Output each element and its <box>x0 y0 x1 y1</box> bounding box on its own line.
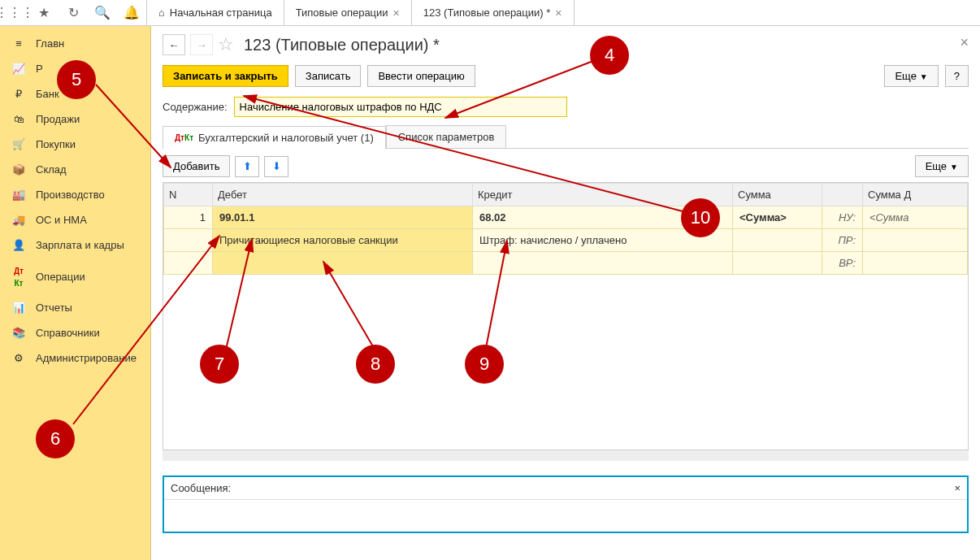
sidebar-item-purchases[interactable]: 🛒Покупки <box>0 132 150 157</box>
favorite-star-icon[interactable]: ☆ <box>218 34 234 55</box>
tab-label: Бухгалтерский и налоговый учет (1) <box>198 132 374 144</box>
cell-sumd: <Сумма <box>863 206 968 229</box>
sidebar-item-admin[interactable]: ⚙Администрирование <box>0 345 150 371</box>
table-row[interactable]: Причитающиеся налоговые санкции Штраф: н… <box>164 229 968 252</box>
star-icon[interactable]: ★ <box>29 0 59 25</box>
annotation-bubble-8: 8 <box>356 345 395 384</box>
apps-icon[interactable]: ⋮⋮⋮ <box>0 0 29 25</box>
close-page-icon[interactable]: × <box>960 34 969 51</box>
dtkt-icon: ДтКт <box>175 133 193 142</box>
sidebar-item-label: Производство <box>36 189 105 201</box>
main-area: × ← → ☆ 123 (Типовые операции) * Записат… <box>151 26 980 560</box>
cell-debit-account[interactable]: 99.01.1 <box>213 206 473 229</box>
sidebar-item-operations[interactable]: ДтКтОперации <box>0 258 150 295</box>
sidebar-item-label: Операции <box>36 271 85 283</box>
home-icon: ⌂ <box>158 7 165 19</box>
box-icon: 📦 <box>11 163 26 176</box>
cell-nu: НУ: <box>822 206 863 229</box>
sidebar-item-assets[interactable]: 🚚ОС и НМА <box>0 207 150 232</box>
factory-icon: 🏭 <box>11 189 26 201</box>
sidebar-item-label: Администрирование <box>36 352 137 364</box>
sidebar-item-label: Склад <box>36 163 67 176</box>
save-button[interactable]: Записать <box>295 65 362 87</box>
sidebar-item-warehouse[interactable]: 📦Склад <box>0 157 150 182</box>
menu-icon: ≡ <box>11 37 26 50</box>
tab-label: Список параметров <box>398 131 495 143</box>
search-icon[interactable]: 🔍 <box>88 0 117 25</box>
annotation-bubble-9: 9 <box>465 345 504 384</box>
header-sum: Сумма <box>733 184 822 206</box>
save-close-button[interactable]: Записать и закрыть <box>163 65 288 87</box>
tab-label: Начальная страница <box>170 7 272 19</box>
header-sumd: Сумма Д <box>863 184 968 206</box>
back-button[interactable]: ← <box>163 34 185 55</box>
sidebar-item-label: Справочники <box>36 327 100 339</box>
sidebar-item-salary[interactable]: 👤Зарплата и кадры <box>0 232 150 258</box>
forward-button[interactable]: → <box>190 34 213 55</box>
tab-home[interactable]: ⌂ Начальная страница <box>147 0 284 25</box>
messages-panel: Сообщения: × <box>163 475 969 533</box>
sidebar: ≡Главн 📈Р ₽Банк 🛍Продажи 🛒Покупки 📦Склад… <box>0 26 151 560</box>
content-field-row: Содержание: <box>163 97 969 117</box>
top-toolbar: ⋮⋮⋮ ★ ↻ 🔍 🔔 ⌂ Начальная страница Типовые… <box>0 0 980 26</box>
content-label: Содержание: <box>163 101 228 113</box>
gear-icon: ⚙ <box>11 352 26 364</box>
add-button[interactable]: Добавить <box>163 155 230 177</box>
sidebar-item-label: Р <box>36 63 43 75</box>
close-icon[interactable]: × <box>555 7 562 20</box>
postings-table[interactable]: N Дебет Кредит Сумма Сумма Д 1 99.01.1 6… <box>163 182 969 450</box>
sidebar-item-production[interactable]: 🏭Производство <box>0 182 150 207</box>
chevron-down-icon: ▼ <box>950 163 958 171</box>
sidebar-item-reports[interactable]: 📊Отчеты <box>0 295 150 320</box>
horizontal-scrollbar[interactable] <box>163 449 969 461</box>
sidebar-item-sales[interactable]: 🛍Продажи <box>0 106 150 132</box>
content-input[interactable] <box>234 97 567 117</box>
cell-sum[interactable]: <Сумма> <box>733 206 822 229</box>
annotation-bubble-10: 10 <box>681 198 720 237</box>
toolbar-icons: ⋮⋮⋮ ★ ↻ 🔍 🔔 <box>0 0 147 25</box>
cart-icon: 🛒 <box>11 138 26 150</box>
move-down-button[interactable]: ⬇ <box>264 156 288 177</box>
sidebar-item-label: Банк <box>36 88 59 100</box>
tab-label: Типовые операции <box>296 7 388 19</box>
header-debit: Дебет <box>213 184 473 206</box>
sidebar-item-catalogs[interactable]: 📚Справочники <box>0 320 150 345</box>
help-button[interactable]: ? <box>945 65 969 87</box>
header-blank <box>822 184 863 206</box>
grid-toolbar: Добавить ⬆ ⬇ Еще▼ <box>163 155 969 177</box>
header-n: N <box>164 184 213 206</box>
tab-accounting[interactable]: ДтКт Бухгалтерский и налоговый учет (1) <box>163 126 386 149</box>
annotation-bubble-7: 7 <box>200 345 239 384</box>
close-icon[interactable]: × <box>954 482 960 494</box>
messages-body <box>164 499 967 532</box>
move-up-button[interactable]: ⬆ <box>235 156 259 177</box>
table-row[interactable]: ВР: <box>164 252 968 275</box>
more-button[interactable]: Еще▼ <box>884 65 938 87</box>
history-icon[interactable]: ↻ <box>59 0 88 25</box>
barchart-icon: 📊 <box>11 302 26 314</box>
bell-icon[interactable]: 🔔 <box>117 0 146 25</box>
close-icon[interactable]: × <box>393 7 400 20</box>
cell-debit-sub[interactable]: Причитающиеся налоговые санкции <box>213 229 473 252</box>
tab-parameters[interactable]: Список параметров <box>386 125 507 148</box>
sidebar-item-label: Зарплата и кадры <box>36 239 124 251</box>
annotation-bubble-6: 6 <box>36 419 75 458</box>
enter-operation-button[interactable]: Ввести операцию <box>367 65 475 87</box>
sidebar-item-label: Главн <box>36 37 64 50</box>
cell-n: 1 <box>164 206 213 229</box>
dtkt-icon: ДтКт <box>11 264 26 289</box>
tab-123[interactable]: 123 (Типовые операции) * × <box>412 0 575 25</box>
table-row[interactable]: 1 99.01.1 68.02 <Сумма> НУ: <Сумма <box>164 206 968 229</box>
cell-pr: ПР: <box>822 229 863 252</box>
bag-icon: 🛍 <box>11 113 26 125</box>
sidebar-item-main[interactable]: ≡Главн <box>0 31 150 56</box>
messages-label: Сообщения: <box>171 482 231 494</box>
books-icon: 📚 <box>11 327 26 339</box>
chevron-down-icon: ▼ <box>920 72 928 81</box>
sidebar-item-label: Отчеты <box>36 302 72 314</box>
sidebar-item-label: Продажи <box>36 113 80 125</box>
tab-typical[interactable]: Типовые операции × <box>284 0 412 25</box>
grid-more-button[interactable]: Еще▼ <box>915 155 969 177</box>
window-tabs: ⌂ Начальная страница Типовые операции × … <box>147 0 575 25</box>
sidebar-item-label: ОС и НМА <box>36 214 87 226</box>
